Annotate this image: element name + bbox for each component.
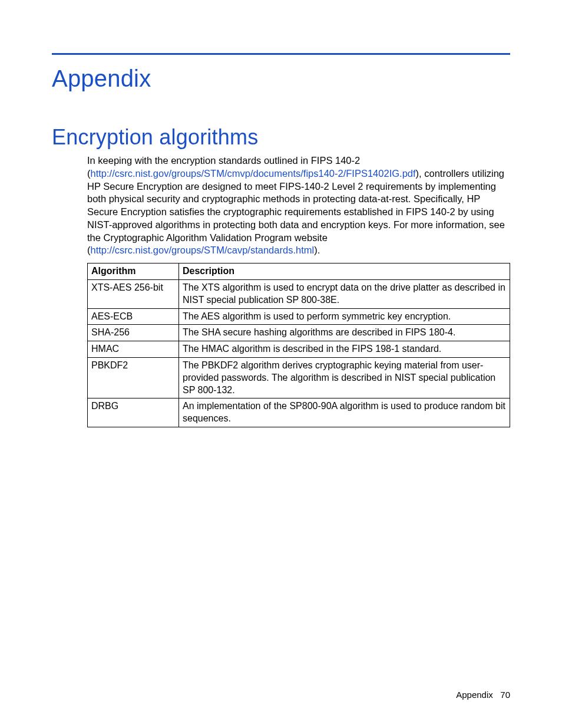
cell-algo: DRBG <box>88 398 179 427</box>
table-row: XTS-AES 256-bit The XTS algorithm is use… <box>88 279 510 308</box>
fips-link[interactable]: http://csrc.nist.gov/groups/STM/cmvp/doc… <box>91 168 416 179</box>
section-title: Encryption algorithms <box>52 125 510 150</box>
table-row: AES-ECB The AES algorithm is used to per… <box>88 308 510 325</box>
footer-page-number: 70 <box>500 690 510 700</box>
table-row: DRBG An implementation of the SP800-90A … <box>88 398 510 427</box>
table-header-algorithm: Algorithm <box>88 263 179 280</box>
intro-paragraph: In keeping with the encryption standards… <box>87 154 510 257</box>
cell-algo: SHA-256 <box>88 325 179 341</box>
cell-desc: The AES algorithm is used to perform sym… <box>179 308 510 325</box>
cavp-link[interactable]: http://csrc.nist.gov/groups/STM/cavp/sta… <box>91 245 315 255</box>
footer-label: Appendix <box>456 690 493 700</box>
table-header-description: Description <box>179 263 510 280</box>
top-rule <box>52 53 510 55</box>
cell-desc: The PBKDF2 algorithm derives cryptograph… <box>179 357 510 398</box>
cell-algo: HMAC <box>88 341 179 358</box>
intro-text-b: ), controllers utilizing HP Secure Encry… <box>87 168 505 256</box>
cell-desc: The XTS algorithm is used to encrypt dat… <box>179 279 510 308</box>
chapter-title: Appendix <box>52 65 510 92</box>
table-row: HMAC The HMAC algorithm is described in … <box>88 341 510 358</box>
cell-desc: The SHA secure hashing algorithms are de… <box>179 325 510 341</box>
page-footer: Appendix 70 <box>456 690 510 700</box>
table-row: SHA-256 The SHA secure hashing algorithm… <box>88 325 510 341</box>
cell-algo: AES-ECB <box>88 308 179 325</box>
cell-algo: PBKDF2 <box>88 357 179 398</box>
cell-desc: An implementation of the SP800-90A algor… <box>179 398 510 427</box>
cell-desc: The HMAC algorithm is described in the F… <box>179 341 510 358</box>
intro-text-c: ). <box>314 245 320 255</box>
algorithms-table: Algorithm Description XTS-AES 256-bit Th… <box>87 263 510 427</box>
table-row: PBKDF2 The PBKDF2 algorithm derives cryp… <box>88 357 510 398</box>
cell-algo: XTS-AES 256-bit <box>88 279 179 308</box>
